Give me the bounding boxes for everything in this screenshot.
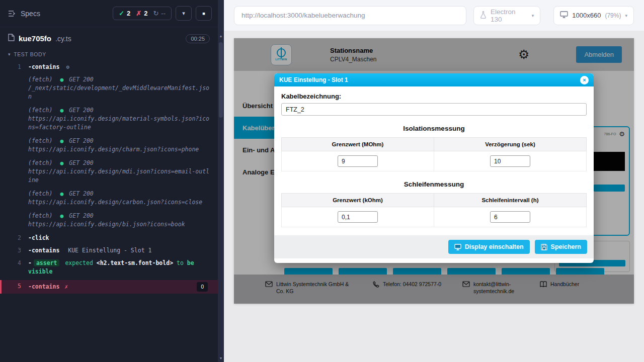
fetch-status: GET 200 — [69, 159, 93, 166]
chevron-down-icon: ▾ — [8, 52, 11, 57]
fetch-tag: (fetch) — [28, 212, 52, 219]
chevron-down-icon: ▾ — [532, 13, 534, 18]
collapse-tests-button[interactable]: ▾ — [176, 6, 192, 21]
test-body-toggle[interactable]: ▾ TEST BODY — [0, 48, 218, 62]
specs-list-icon — [8, 10, 17, 17]
kue-settings-modal: KUE Einstellung - Slot 1 × Kabelbezeichn… — [274, 73, 594, 263]
scrollbar-thumb[interactable] — [219, 42, 223, 118]
app-under-test: LITTWIN Stationsname CPLV4_Maschen ⚙ Abm… — [234, 38, 634, 304]
assert-badge: assert — [34, 259, 60, 266]
check-icon: ✓ — [119, 10, 124, 17]
command-log: 1 -contains ⚙ (fetch) ● GET 200 /_next/s… — [0, 62, 218, 362]
fetch-tag: (fetch) — [28, 107, 52, 114]
spec-file-row[interactable]: kue705fo .cy.ts 00:25 — [0, 27, 218, 48]
close-icon[interactable]: × — [580, 76, 589, 84]
fetch-url: https://api.iconify.design/carbon.json?i… — [28, 198, 212, 207]
assert-selector: <h2.text-sm.font-bold> — [97, 259, 173, 266]
stat-passed: ✓ 2 — [119, 10, 130, 17]
fetch-url: https://api.iconify.design/bi.json?icons… — [28, 220, 212, 229]
fetch-url: https://api.iconify.design/material-symb… — [28, 115, 212, 132]
stop-run-button[interactable]: ■ — [196, 6, 212, 21]
status-dot-icon: ● — [60, 190, 63, 197]
fetch-log-row[interactable]: (fetch) ● GET 200 https://api.iconify.de… — [0, 212, 218, 229]
schleifen-section-title: Schleifenmessung — [281, 180, 587, 188]
aut-stage: LITTWIN Stationsname CPLV4_Maschen ⚙ Abm… — [224, 31, 644, 362]
status-dot-icon: ● — [60, 137, 63, 144]
grenzwert-mohm-input[interactable] — [338, 155, 378, 167]
spec-name: kue705fo — [19, 34, 51, 43]
fetch-status: GET 200 — [69, 107, 93, 114]
aut-pane: Electron 130 ▾ 1000x660 (79%) ▾ LITTWIN — [224, 0, 644, 362]
error-x-icon: ✗ — [64, 283, 68, 291]
grenzwert-kohm-input[interactable] — [338, 211, 378, 223]
command-row[interactable]: 3 -contains KUE Einstellung - Slot 1 — [0, 246, 218, 255]
viewport-zoom: (79%) — [605, 12, 621, 19]
command-name: -contains — [28, 63, 59, 70]
assert-expected: expected — [65, 259, 93, 266]
failed-command-row[interactable]: 5 -contains ✗ 0 — [0, 280, 218, 294]
isolation-table: Grenzwert (MOhm) Verzögerung (sek) — [281, 137, 587, 171]
verzoegerung-input[interactable] — [490, 155, 530, 167]
scroll-down-icon[interactable]: ▼ — [218, 356, 224, 360]
fetch-status: GET 200 — [69, 190, 93, 197]
fetch-tag: (fetch) — [28, 137, 52, 144]
refresh-icon: ↻ — [153, 10, 158, 17]
fetch-status: GET 200 — [69, 212, 93, 219]
spec-file-icon — [8, 34, 15, 43]
spec-duration-badge: 00:25 — [186, 34, 210, 43]
viewport-select[interactable]: 1000x660 (79%) ▾ — [553, 6, 634, 25]
error-count-badge: 0 — [197, 282, 208, 292]
command-name: -click — [28, 234, 49, 241]
command-name: -contains — [28, 283, 59, 291]
command-row[interactable]: 1 -contains ⚙ — [0, 63, 218, 71]
modal-footer: Display einschalten Speichern — [274, 235, 594, 258]
gear-icon: ⚙ — [66, 64, 69, 70]
fetch-log-row[interactable]: (fetch) ● GET 200 /_next/static/developm… — [0, 75, 218, 101]
fetch-log-row[interactable]: (fetch) ● GET 200 https://api.iconify.de… — [0, 190, 218, 207]
assert-to: to — [177, 259, 184, 266]
fetch-status: GET 200 — [69, 137, 93, 144]
viewport-size: 1000x660 — [572, 12, 601, 19]
command-number: 5 — [2, 282, 28, 292]
scroll-up-icon[interactable]: ▲ — [218, 34, 224, 38]
command-row[interactable]: 2 -click — [0, 234, 218, 242]
command-number: 4 — [0, 259, 28, 276]
fetch-log-row[interactable]: (fetch) ● GET 200 https://api.iconify.de… — [0, 106, 218, 132]
browser-name: Electron 130 — [491, 8, 528, 23]
test-stats: ✓ 2 ✗ 2 ↻ -- — [113, 7, 172, 20]
isolation-section-title: Isolationsmessung — [281, 125, 587, 132]
cable-name-input[interactable] — [281, 103, 587, 116]
stat-pending: ↻ -- — [153, 10, 166, 17]
cross-icon: ✗ — [136, 10, 141, 17]
cable-name-label: Kabelbezeichnung: — [281, 93, 587, 100]
command-number: 3 — [0, 246, 28, 255]
col-verzoegerung: Verzögerung (sek) — [434, 138, 587, 151]
schleifenintervall-input[interactable] — [490, 211, 530, 223]
monitor-icon — [454, 244, 461, 250]
assert-row[interactable]: 4 -assert expected <h2.text-sm.font-bold… — [0, 259, 218, 276]
specs-menu-button[interactable]: Specs — [8, 10, 40, 18]
chevron-down-icon: ▾ — [182, 10, 185, 17]
browser-select[interactable]: Electron 130 ▾ — [473, 6, 540, 25]
aut-topbar: Electron 130 ▾ 1000x660 (79%) ▾ — [224, 0, 644, 31]
fetch-tag: (fetch) — [28, 159, 52, 166]
display-icon — [560, 11, 568, 20]
fetch-log-row[interactable]: (fetch) ● GET 200 https://api.iconify.de… — [0, 159, 218, 185]
display-on-button[interactable]: Display einschalten — [448, 240, 530, 254]
table-row — [282, 207, 587, 227]
save-button[interactable]: Speichern — [535, 240, 587, 254]
url-input[interactable] — [234, 6, 466, 25]
col-grenzwert-mohm: Grenzwert (MOhm) — [282, 138, 434, 151]
fetch-tag: (fetch) — [28, 190, 52, 197]
fetch-log-row[interactable]: (fetch) ● GET 200 https://api.iconify.de… — [0, 137, 218, 154]
runner-scrollbar[interactable]: ▲ ▼ — [218, 0, 224, 362]
status-dot-icon: ● — [60, 107, 63, 114]
fetch-url: /_next/static/development/_devMiddleware… — [28, 84, 212, 101]
col-schleifenintervall: Schleifenintervall (h) — [434, 194, 587, 207]
modal-title-bar: KUE Einstellung - Slot 1 × — [274, 73, 594, 86]
stop-icon: ■ — [202, 11, 205, 16]
status-dot-icon: ● — [60, 76, 63, 83]
fetch-status: GET 200 — [69, 76, 93, 83]
command-number: 1 — [0, 63, 28, 71]
cypress-runner-panel: Specs ✓ 2 ✗ 2 ↻ -- ▾ ■ — [0, 0, 218, 362]
